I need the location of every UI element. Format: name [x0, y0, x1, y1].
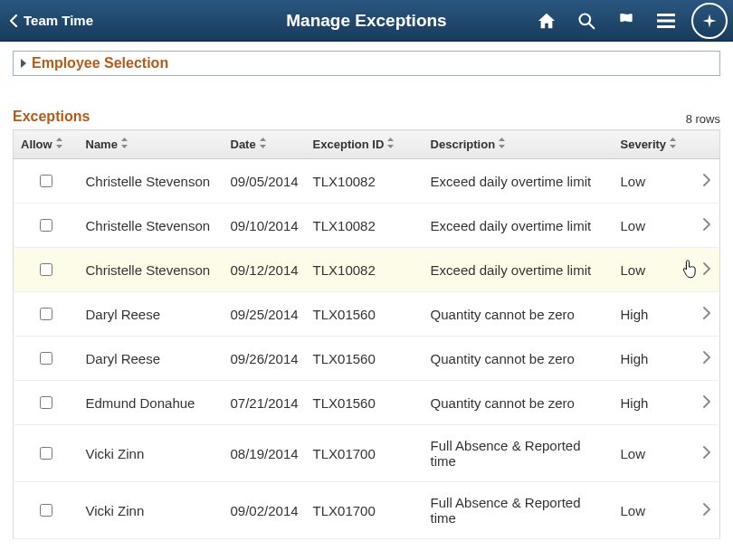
chevron-right-icon [703, 351, 710, 366]
svg-rect-2 [657, 14, 675, 16]
rows-count: 8 rows [13, 112, 720, 126]
search-icon [577, 12, 595, 30]
chevron-right-icon [703, 307, 710, 322]
cell-severity: High [614, 292, 695, 337]
cell-exception-id: TLX01700 [306, 425, 424, 482]
cell-name: Christelle Stevenson [79, 204, 224, 248]
chevron-left-icon [9, 14, 18, 27]
cell-severity: High [614, 337, 695, 381]
allow-checkbox[interactable] [40, 219, 52, 232]
cell-severity: Low [614, 425, 695, 482]
sort-icon [55, 138, 63, 151]
home-button[interactable] [527, 0, 566, 41]
cell-exception-id: TLX10082 [306, 248, 424, 292]
svg-rect-4 [657, 25, 675, 28]
table-row[interactable]: Daryl Reese09/26/2014TLX01560Quantity ca… [14, 337, 720, 381]
col-severity[interactable]: Severity [621, 138, 688, 151]
cell-name: Daryl Reese [79, 337, 224, 381]
table-row[interactable]: Christelle Stevenson09/10/2014TLX10082Ex… [14, 204, 720, 248]
cell-description: Full Absence & Reported time [424, 482, 614, 539]
back-label: Team Time [24, 13, 93, 28]
app-header: Team Time Manage Exceptions [0, 0, 733, 42]
cell-exception-id: TLX01700 [306, 482, 424, 539]
svg-line-1 [589, 23, 595, 28]
sort-icon [259, 138, 267, 151]
col-name[interactable]: Name [86, 138, 216, 151]
row-detail-button[interactable] [695, 482, 720, 539]
chevron-right-icon [703, 174, 710, 189]
table-row[interactable]: Vicki Zinn09/02/2014TLX01700Full Absence… [14, 482, 720, 539]
menu-button[interactable] [646, 0, 686, 41]
flag-icon [617, 12, 635, 30]
cell-exception-id: TLX10082 [306, 204, 424, 248]
col-allow[interactable]: Allow [21, 138, 71, 151]
sort-icon [498, 138, 506, 151]
allow-checkbox[interactable] [40, 352, 52, 365]
search-button[interactable] [566, 0, 606, 41]
compass-icon [701, 13, 718, 29]
row-detail-button[interactable] [695, 248, 720, 292]
table-row[interactable]: Daryl Reese09/25/2014TLX01560Quantity ca… [14, 292, 720, 337]
allow-checkbox[interactable] [40, 504, 52, 517]
table-row[interactable]: Christelle Stevenson09/05/2014TLX10082Ex… [14, 159, 720, 204]
table-row[interactable]: Christelle Stevenson09/12/2014TLX10082Ex… [14, 248, 720, 292]
cell-description: Quantity cannot be zero [424, 337, 614, 381]
table-header-row: Allow Name Date Exception ID Description… [14, 130, 720, 159]
home-icon [537, 12, 557, 30]
navigator-button[interactable] [691, 3, 728, 39]
cell-description: Quantity cannot be zero [424, 292, 614, 337]
row-detail-button[interactable] [695, 425, 720, 482]
cell-exception-id: TLX01560 [306, 292, 424, 337]
cell-date: 09/02/2014 [224, 482, 306, 539]
cell-name: Christelle Stevenson [79, 248, 224, 292]
cell-exception-id: TLX10082 [306, 159, 424, 204]
allow-checkbox[interactable] [40, 396, 52, 409]
cell-date: 09/25/2014 [224, 292, 306, 337]
cell-description: Exceed daily overtime limit [424, 159, 614, 204]
chevron-right-icon [703, 262, 710, 278]
cell-date: 09/05/2014 [224, 159, 306, 204]
cell-severity: Low [614, 204, 695, 248]
employee-selection-groupbox[interactable]: Employee Selection [13, 51, 720, 76]
cell-severity: Low [614, 159, 695, 204]
cell-date: 09/12/2014 [224, 248, 306, 292]
cell-date: 08/19/2014 [224, 425, 306, 482]
cell-description: Quantity cannot be zero [424, 381, 614, 425]
cell-exception-id: TLX01560 [306, 381, 424, 425]
cell-severity: Low [614, 248, 695, 292]
cell-exception-id: TLX01560 [306, 337, 424, 381]
row-detail-button[interactable] [695, 337, 720, 381]
row-detail-button[interactable] [695, 159, 720, 204]
allow-checkbox[interactable] [40, 175, 52, 187]
sort-icon [386, 138, 395, 151]
allow-checkbox[interactable] [40, 447, 52, 460]
table-row[interactable]: Edmund Donahue07/21/2014TLX01560Quantity… [14, 381, 720, 425]
chevron-right-icon [703, 446, 710, 461]
col-description[interactable]: Description [431, 138, 606, 151]
notifications-button[interactable] [606, 0, 646, 41]
cell-name: Vicki Zinn [79, 482, 224, 539]
expand-triangle-icon [19, 58, 28, 69]
svg-rect-3 [657, 19, 675, 22]
row-detail-button[interactable] [695, 381, 720, 425]
allow-checkbox[interactable] [40, 263, 52, 276]
header-actions [527, 0, 733, 41]
exceptions-table: Allow Name Date Exception ID Description… [13, 129, 720, 539]
table-row[interactable]: Vicki Zinn08/19/2014TLX01700Full Absence… [14, 425, 720, 482]
sort-icon [120, 138, 129, 151]
cell-severity: Low [614, 482, 695, 539]
chevron-right-icon [703, 503, 710, 518]
back-button[interactable]: Team Time [0, 0, 102, 41]
allow-checkbox[interactable] [40, 308, 52, 320]
cell-description: Exceed daily overtime limit [424, 204, 614, 248]
chevron-right-icon [703, 395, 710, 411]
cell-date: 07/21/2014 [224, 381, 306, 425]
employee-selection-title: Employee Selection [32, 55, 168, 71]
row-detail-button[interactable] [695, 204, 720, 248]
row-detail-button[interactable] [695, 292, 720, 337]
col-exception-id[interactable]: Exception ID [313, 138, 416, 151]
cell-name: Edmund Donahue [79, 381, 224, 425]
col-date[interactable]: Date [231, 138, 299, 151]
menu-icon [657, 14, 675, 28]
cell-date: 09/10/2014 [224, 204, 306, 248]
